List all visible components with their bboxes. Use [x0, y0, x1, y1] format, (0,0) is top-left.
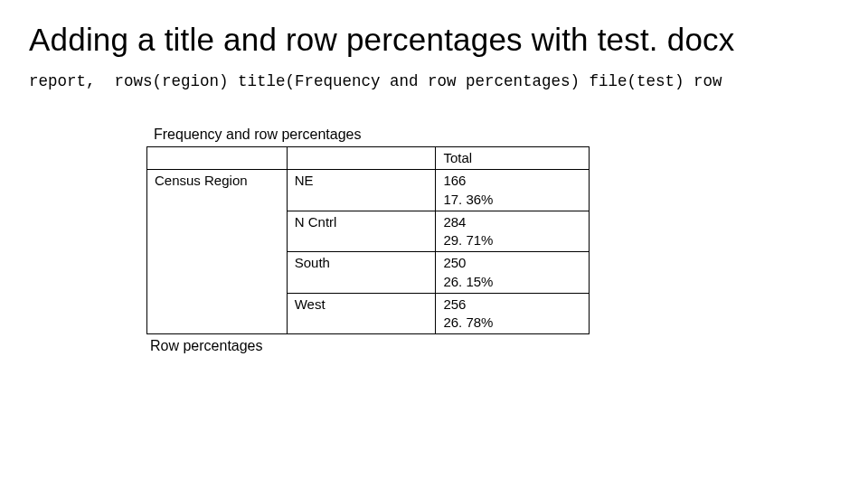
table-title: Frequency and row percentages [146, 127, 590, 143]
pct-value: 26. 78% [443, 314, 493, 330]
table-row: Census Region NE 166 17. 36% [147, 170, 590, 211]
region-label: South [287, 252, 436, 294]
command-line: report, rows(region) title(Frequency and… [29, 72, 839, 90]
total-header: Total [436, 147, 590, 170]
region-values: 256 26. 78% [436, 293, 590, 334]
pct-value: 26. 15% [443, 274, 493, 289]
table-row: Total [147, 147, 590, 170]
sub-header-blank [287, 147, 436, 170]
page-title: Adding a title and row percentages with … [29, 22, 839, 58]
count-value: 284 [443, 214, 466, 230]
row-header-blank [147, 147, 288, 170]
region-values: 166 17. 36% [436, 170, 590, 211]
table-footnote: Row percentages [146, 338, 590, 354]
count-value: 166 [443, 173, 466, 188]
count-value: 250 [443, 255, 466, 270]
region-values: 284 29. 71% [436, 211, 590, 252]
pct-value: 29. 71% [443, 232, 493, 248]
region-label: NE [287, 170, 436, 211]
pct-value: 17. 36% [443, 192, 493, 207]
region-values: 250 26. 15% [436, 252, 590, 294]
row-group-header: Census Region [147, 170, 288, 334]
region-label: West [287, 293, 436, 334]
freq-table: Total Census Region NE 166 17. 36% N Cnt… [146, 146, 590, 334]
freq-table-block: Frequency and row percentages Total Cens… [146, 127, 590, 354]
region-label: N Cntrl [287, 211, 436, 252]
count-value: 256 [443, 296, 466, 312]
